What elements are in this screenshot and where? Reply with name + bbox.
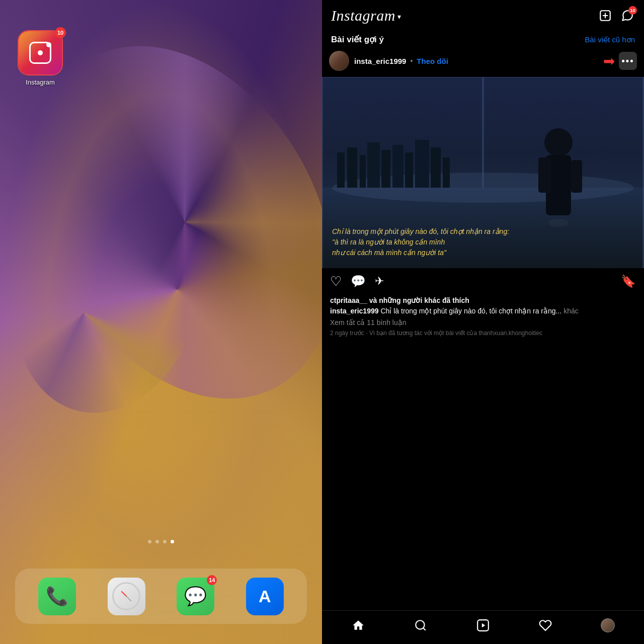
dot-3 — [163, 540, 167, 543]
likes-text: ctpritaaa__ và những người khác đã thích — [330, 296, 636, 304]
messages-notification-badge: 10 — [628, 6, 637, 15]
svg-rect-13 — [415, 140, 429, 188]
svg-point-20 — [544, 128, 573, 156]
nav-search-button[interactable] — [408, 617, 433, 634]
wallpaper: 10 Instagram 14 — [0, 0, 322, 644]
post-description: insta_eric1999 Chỉ là trong một phút giâ… — [330, 306, 636, 316]
post-desc-text: Chỉ là trong một phút giây nào đó, tôi c… — [380, 307, 564, 315]
iphone-homescreen: 10 Instagram 14 — [0, 0, 322, 644]
reels-icon — [476, 619, 490, 632]
messages-badge: 14 — [207, 575, 217, 585]
dot-4-active — [171, 540, 174, 543]
nav-profile-button[interactable] — [595, 617, 620, 634]
appstore-app-icon[interactable] — [246, 578, 284, 615]
instagram-app-icon[interactable]: 10 Instagram — [15, 30, 65, 91]
post-more-area: ➡ ••• — [603, 52, 637, 70]
dot-1 — [148, 540, 151, 543]
instagram-gradient-icon — [19, 31, 62, 74]
older-posts-link[interactable]: Bài viết cũ hơn — [585, 35, 635, 44]
messages-app-icon[interactable]: 14 — [177, 578, 214, 615]
plus-square-icon — [599, 9, 612, 22]
svg-point-25 — [416, 620, 424, 629]
svg-rect-7 — [347, 147, 357, 188]
instagram-app-label: Instagram — [26, 78, 55, 86]
instagram-lens-dot — [46, 42, 51, 47]
svg-marker-28 — [482, 623, 486, 628]
instagram-icon-wrapper: 10 — [18, 30, 63, 75]
action-icons-left: ♡ 💬 ✈ — [330, 275, 621, 288]
share-button[interactable]: ✈ — [375, 276, 384, 287]
svg-rect-6 — [337, 152, 345, 188]
phone-app-icon[interactable] — [38, 578, 76, 615]
post-info: ctpritaaa__ và những người khác đã thích… — [322, 294, 644, 340]
svg-rect-9 — [367, 142, 380, 188]
nav-heart-button[interactable] — [533, 617, 558, 634]
dot-2 — [155, 540, 159, 543]
svg-rect-15 — [443, 157, 450, 188]
post-actions: ♡ 💬 ✈ 🔖 — [322, 268, 644, 294]
nav-reels-button[interactable] — [470, 617, 496, 634]
bottom-navigation — [322, 610, 644, 644]
post-caption-text: Chỉ là trong một phút giây nào đó, tôi c… — [332, 226, 634, 258]
section-title: Bài viết gợi ý — [331, 34, 384, 45]
logo-area[interactable]: Instagram ▾ — [331, 7, 401, 24]
svg-rect-12 — [405, 152, 413, 188]
post-caption-overlay: Chỉ là trong một phút giây nào đó, tôi c… — [332, 226, 634, 258]
svg-rect-8 — [360, 155, 366, 188]
heart-icon — [539, 619, 552, 632]
svg-line-26 — [423, 628, 426, 630]
svg-rect-14 — [431, 147, 441, 188]
messages-button[interactable]: 10 — [620, 8, 635, 23]
avatar-image — [329, 51, 349, 71]
svg-rect-22 — [538, 157, 551, 193]
post-more-button[interactable]: ••• — [619, 52, 637, 70]
chevron-down-icon: ▾ — [397, 13, 401, 21]
post-avatar[interactable] — [329, 51, 349, 71]
separator-dot: • — [410, 57, 413, 65]
follow-button[interactable]: Theo dõi — [417, 57, 448, 65]
profile-avatar — [601, 618, 615, 632]
suggested-posts-header: Bài viết gợi ý Bài viết cũ hơn — [322, 29, 644, 51]
instagram-logo-text: Instagram — [331, 7, 395, 24]
red-arrow-indicator: ➡ — [603, 53, 615, 69]
search-icon — [414, 619, 427, 632]
view-comments-link[interactable]: Xem tất cả 11 bình luận — [330, 318, 636, 327]
svg-rect-10 — [381, 150, 390, 188]
post-image: Chỉ là trong một phút giây nào đó, tôi c… — [322, 77, 644, 268]
like-button[interactable]: ♡ — [330, 275, 342, 288]
home-icon — [352, 619, 365, 632]
header-icons: 10 — [598, 8, 635, 23]
page-dots — [148, 540, 174, 543]
post-desc-username[interactable]: insta_eric1999 — [330, 307, 379, 315]
post-username[interactable]: insta_eric1999 — [354, 57, 406, 65]
instagram-badge: 10 — [55, 27, 66, 38]
post-date: 2 ngày trước · Vì bạn đã tương tác với m… — [330, 329, 636, 338]
comment-button[interactable]: 💬 — [351, 275, 366, 287]
dock: 14 — [15, 569, 307, 624]
post-header: insta_eric1999 • Theo dõi ➡ ••• — [322, 51, 644, 77]
liked-by-text: ctpritaaa__ và những người khác đã thích — [330, 296, 469, 304]
nav-home-button[interactable] — [346, 617, 371, 634]
app-grid: 10 Instagram — [15, 30, 65, 91]
safari-app-icon[interactable] — [108, 578, 145, 615]
post-user-info: insta_eric1999 • Theo dõi — [354, 57, 598, 65]
safari-needle — [121, 591, 132, 601]
instagram-feed: Instagram ▾ 10 Bài viết gợi ý Bài viết c… — [322, 0, 644, 644]
add-post-button[interactable] — [598, 8, 613, 23]
instagram-header: Instagram ▾ 10 — [322, 0, 644, 29]
svg-rect-11 — [392, 145, 404, 188]
post-desc-more[interactable]: khác — [564, 307, 579, 315]
svg-rect-23 — [571, 160, 582, 193]
svg-point-24 — [548, 219, 569, 227]
bookmark-button[interactable]: 🔖 — [621, 274, 636, 288]
